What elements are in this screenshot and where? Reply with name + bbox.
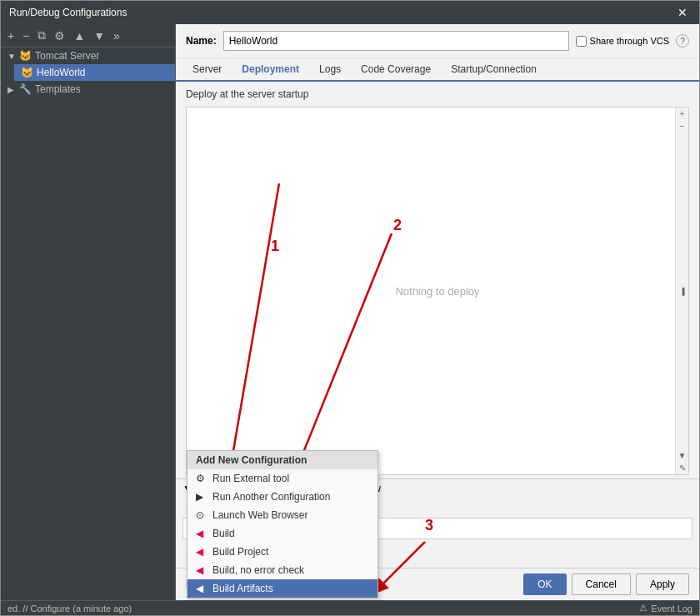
tab-server[interactable]: Server (182, 58, 232, 82)
add-new-config-menu: Add New Configuration ⚙ Run External too… (187, 450, 378, 598)
deploy-edit-btn[interactable]: ✎ (676, 462, 689, 474)
build-artifacts-icon: ◀ (196, 583, 208, 594)
tree-item-helloworld[interactable]: 🐱 HelloWorld (14, 64, 175, 81)
name-input[interactable] (223, 31, 569, 51)
cancel-button[interactable]: Cancel (572, 573, 631, 595)
event-log-badge[interactable]: ⚠ Event Log (639, 603, 692, 613)
ok-button[interactable]: OK (523, 573, 566, 595)
run-external-icon: ⚙ (196, 473, 208, 484)
settings-button[interactable]: ⚙ (51, 28, 68, 44)
tab-logs[interactable]: Logs (309, 58, 351, 82)
title-bar-left: Run/Debug Configurations (9, 7, 127, 18)
tomcat-label: Tomcat Server (35, 50, 99, 62)
launch-web-label: Launch Web Browser (212, 509, 308, 521)
context-menu-title: Add New Configuration (188, 451, 378, 469)
menu-build-artifacts[interactable]: ◀ Build Artifacts (188, 579, 378, 598)
run-another-label: Run Another Configuration (212, 491, 330, 503)
deploy-scroll-bar[interactable]: ▐ (676, 133, 689, 449)
status-bar: ed. // Configure (a minute ago) ⚠ Event … (1, 600, 699, 615)
menu-launch-web[interactable]: ⊙ Launch Web Browser (188, 506, 378, 524)
nothing-to-deploy-label: Nothing to deploy (395, 285, 479, 298)
build-project-icon: ◀ (196, 546, 208, 558)
tab-deployment[interactable]: Deployment (232, 58, 309, 82)
help-icon[interactable]: ? (676, 34, 689, 48)
config-tree: ▼ 🐱 Tomcat Server 🐱 HelloWorld ▶ 🔧 Templ… (1, 48, 175, 600)
deploy-scrollbar: + − ▐ ▼ ✎ (675, 108, 688, 474)
dialog-title: Run/Debug Configurations (9, 7, 127, 18)
run-debug-dialog: Run/Debug Configurations ✕ + − ⧉ ⚙ ▲ ▼ »… (0, 0, 700, 616)
left-toolbar: + − ⧉ ⚙ ▲ ▼ » (1, 24, 175, 48)
add-config-button[interactable]: + (4, 28, 18, 44)
deploy-add-btn[interactable]: + (676, 108, 689, 120)
deploy-scroll-up[interactable]: − (676, 120, 689, 133)
close-button[interactable]: ✕ (674, 6, 691, 19)
build-no-error-icon: ◀ (196, 564, 208, 576)
tree-item-templates[interactable]: ▶ 🔧 Templates (1, 81, 175, 98)
run-another-icon: ▶ (196, 491, 208, 503)
menu-build[interactable]: ◀ Build (188, 524, 378, 543)
remove-config-button[interactable]: − (19, 28, 32, 44)
build-menu-label: Build (212, 528, 235, 539)
build-icon: ◀ (196, 528, 208, 539)
menu-build-no-error[interactable]: ◀ Build, no error check (188, 561, 378, 579)
templates-icon: 🔧 (19, 83, 32, 95)
main-content: + − ⧉ ⚙ ▲ ▼ » ▼ 🐱 Tomcat Server 🐱 HelloW… (1, 24, 699, 600)
tomcat-children: 🐱 HelloWorld (1, 64, 175, 81)
copy-config-button[interactable]: ⧉ (34, 27, 49, 44)
tomcat-icon: 🐱 (19, 50, 32, 62)
title-bar: Run/Debug Configurations ✕ (1, 1, 699, 24)
build-project-label: Build Project (212, 546, 268, 558)
right-panel: Name: Share through VCS ? Server Deploym… (176, 24, 699, 600)
share-label: Share through VCS (590, 36, 669, 46)
event-log-label: Event Log (651, 603, 692, 613)
deploy-section-label: Deploy at the server startup (176, 82, 699, 103)
deploy-area: Nothing to deploy + − ▐ ▼ ✎ (186, 107, 689, 475)
menu-run-another[interactable]: ▶ Run Another Configuration (188, 488, 378, 506)
tabs-bar: Server Deployment Logs Code Coverage Sta… (176, 58, 699, 82)
tree-item-tomcat[interactable]: ▼ 🐱 Tomcat Server (1, 48, 175, 64)
left-panel: + − ⧉ ⚙ ▲ ▼ » ▼ 🐱 Tomcat Server 🐱 HelloW… (1, 24, 176, 600)
more-button[interactable]: » (110, 28, 123, 44)
apply-button[interactable]: Apply (636, 573, 689, 595)
status-message: ed. // Configure (a minute ago) (8, 603, 132, 613)
helloworld-label: HelloWorld (37, 67, 85, 78)
build-no-error-label: Build, no error check (212, 564, 304, 576)
name-label: Name: (186, 35, 217, 47)
helloworld-icon: 🐱 (21, 67, 33, 78)
menu-build-project[interactable]: ◀ Build Project (188, 543, 378, 561)
move-up-button[interactable]: ▲ (70, 28, 88, 44)
move-down-button[interactable]: ▼ (90, 28, 108, 44)
run-external-label: Run External tool (212, 473, 289, 484)
share-area: Share through VCS (576, 36, 669, 47)
launch-web-icon: ⊙ (196, 509, 208, 521)
templates-expand-icon: ▶ (8, 85, 16, 94)
deploy-scroll-down[interactable]: ▼ (676, 449, 689, 462)
name-row: Name: Share through VCS ? (176, 24, 699, 58)
tab-code-coverage[interactable]: Code Coverage (351, 58, 441, 82)
templates-label: Templates (35, 83, 81, 95)
menu-run-external[interactable]: ⚙ Run External tool (188, 469, 378, 488)
build-artifacts-label: Build Artifacts (212, 583, 273, 594)
expand-icon: ▼ (8, 52, 16, 61)
share-checkbox[interactable] (576, 36, 587, 47)
event-log-icon: ⚠ (639, 603, 648, 613)
tab-startup-connection[interactable]: Startup/Connection (441, 58, 547, 82)
